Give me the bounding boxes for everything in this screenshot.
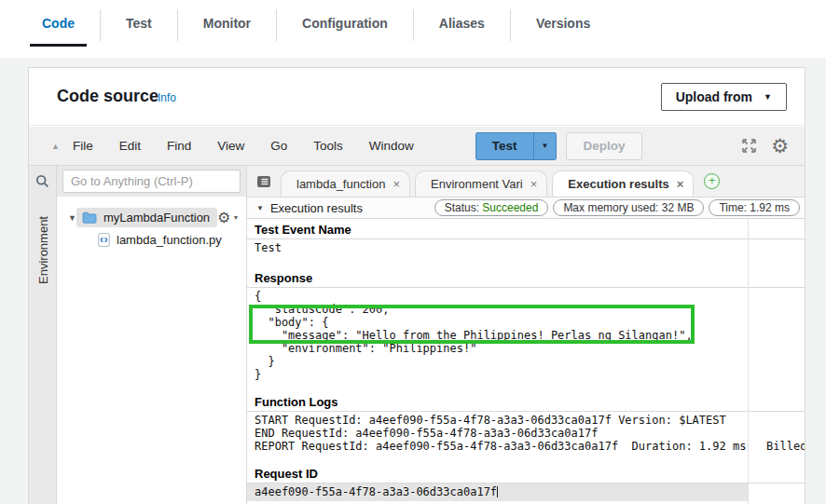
sidebar-tab-environment[interactable]: Environment [29, 198, 57, 302]
editor-tab-environment-variables[interactable]: Environment Vari × [415, 170, 547, 197]
goto-anything-row [57, 166, 246, 197]
execution-results-title: Execution results [270, 201, 363, 215]
tab-aliases[interactable]: Aliases [427, 0, 497, 47]
tab-versions[interactable]: Versions [524, 0, 602, 47]
folder-settings-gear[interactable]: ⚙ ▼ [217, 209, 239, 226]
tab-divider [510, 9, 511, 41]
editor-tab-label: lambda_function [296, 177, 385, 191]
status-value: Succeeded [482, 201, 538, 214]
menu-edit[interactable]: Edit [106, 139, 154, 153]
highlight-annotation-box [249, 305, 695, 344]
section-request-id: Request ID a4eef090-f55a-4f78-a3a3-06d33… [247, 463, 805, 501]
file-tree: ▼ myLambdaFunction ⚙ ▼ [57, 197, 246, 251]
upload-from-label: Upload from [676, 89, 752, 104]
panel-vertical-divider [748, 219, 749, 504]
function-nav: Code Test Monitor Configuration Aliases … [0, 0, 826, 58]
request-id-value[interactable]: a4eef090-f55a-4f78-a3a3-06d33ca0a17f [247, 484, 749, 501]
tab-list-icon[interactable] [256, 175, 271, 188]
tab-divider [177, 9, 178, 41]
lambda-console-page: Code Test Monitor Configuration Aliases … [0, 0, 826, 504]
request-id-heading: Request ID [247, 463, 805, 484]
close-tab-icon[interactable]: × [530, 177, 538, 191]
code-source-card: Code source Info Upload from ▼ ▲ File Ed… [28, 67, 805, 504]
environment-tab-label: Environment [36, 216, 50, 284]
caret-down-icon: ▼ [232, 214, 239, 221]
collapse-results-caret-icon[interactable]: ▼ [256, 204, 264, 212]
tab-test[interactable]: Test [114, 0, 164, 47]
function-logs-heading: Function Logs [247, 391, 805, 412]
close-tab-icon[interactable]: × [677, 177, 684, 191]
tree-folder-row[interactable]: ▼ myLambdaFunction ⚙ ▼ [57, 206, 246, 229]
settings-gear-icon[interactable]: ⚙ [771, 136, 789, 156]
folder-expand-caret-icon[interactable]: ▼ [68, 213, 76, 223]
close-tab-icon[interactable]: × [392, 177, 400, 191]
page-title: Code source [57, 87, 158, 106]
result-badges: Status: Succeeded Max memory used: 32 MB… [434, 199, 800, 216]
editor-tab-bar: lambda_function × Environment Vari × Exe… [247, 166, 805, 198]
execution-results-content: Test Event Name Test Response { "statusC… [247, 219, 805, 504]
menu-tools[interactable]: Tools [300, 139, 356, 153]
folder-name-label: myLambdaFunction [103, 211, 210, 225]
left-icon-gutter: Environment [29, 166, 57, 504]
fullscreen-expand-icon[interactable] [741, 138, 757, 154]
folder-icon [82, 211, 97, 224]
text-cursor [497, 486, 498, 497]
test-button[interactable]: Test [476, 133, 533, 159]
request-id-text: a4eef090-f55a-4f78-a3a3-06d33ca0a17f [255, 485, 497, 498]
goto-anything-input[interactable] [62, 170, 241, 193]
tree-file-row[interactable]: lambda_function.py [57, 229, 246, 251]
function-logs-text: START RequestId: a4eef090-f55a-4f78-a3a3… [247, 412, 805, 455]
search-icon[interactable] [29, 166, 56, 188]
info-link[interactable]: Info [158, 91, 176, 104]
editor-tab-lambda-function[interactable]: lambda_function × [281, 170, 410, 197]
editor-area: lambda_function × Environment Vari × Exe… [247, 166, 805, 504]
tab-monitor[interactable]: Monitor [191, 0, 263, 47]
editor-tab-label: Execution results [568, 177, 668, 191]
editor-tab-execution-results[interactable]: Execution results × [552, 170, 694, 197]
menu-find[interactable]: Find [154, 139, 204, 153]
file-explorer-panel: ▼ myLambdaFunction ⚙ ▼ [57, 166, 247, 504]
editor-tab-label: Environment Vari [431, 177, 523, 191]
python-file-icon [98, 233, 110, 247]
section-test-event-name: Test Event Name Test [247, 219, 805, 256]
memory-badge: Max memory used: 32 MB [553, 199, 704, 216]
toolbar-right-icons: ⚙ [741, 136, 805, 156]
ide-body: Environment ▼ myLambdaFunction [29, 166, 805, 504]
tab-divider [276, 9, 277, 41]
test-event-name-value: Test [247, 239, 805, 256]
collapse-panel-icon[interactable]: ▲ [51, 142, 60, 151]
test-event-name-heading: Test Event Name [247, 219, 805, 239]
menu-view[interactable]: View [204, 139, 257, 153]
code-source-header: Code source Info Upload from ▼ [29, 68, 805, 126]
status-label: Status: [445, 201, 479, 214]
section-function-logs: Function Logs START RequestId: a4eef090-… [247, 391, 805, 455]
caret-down-icon: ▼ [542, 142, 549, 150]
tab-configuration[interactable]: Configuration [290, 0, 400, 47]
tab-divider [100, 9, 101, 41]
tab-divider [413, 9, 414, 41]
response-heading: Response [247, 267, 805, 288]
test-button-group: Test ▼ [475, 132, 558, 160]
status-badge: Status: Succeeded [434, 199, 549, 216]
function-tabs: Code Test Monitor Configuration Aliases … [0, 0, 826, 47]
upload-from-button[interactable]: Upload from ▼ [661, 83, 787, 111]
gear-icon: ⚙ [217, 209, 230, 226]
selected-folder[interactable]: myLambdaFunction [76, 208, 217, 227]
file-name-label: lambda_function.py [117, 233, 222, 247]
deploy-button[interactable]: Deploy [566, 132, 641, 160]
execution-results-header: ▼ Execution results Status: Succeeded Ma… [247, 198, 805, 219]
menu-file[interactable]: File [60, 139, 106, 153]
menu-go[interactable]: Go [257, 139, 300, 153]
caret-down-icon: ▼ [764, 92, 772, 102]
ide-toolbar: ▲ File Edit Find View Go Tools Window Te… [29, 127, 805, 166]
time-badge: Time: 1.92 ms [709, 199, 800, 216]
new-tab-plus-icon[interactable]: + [704, 173, 720, 189]
menu-window[interactable]: Window [356, 139, 427, 153]
test-dropdown-button[interactable]: ▼ [533, 133, 557, 159]
tab-code[interactable]: Code [30, 0, 87, 47]
